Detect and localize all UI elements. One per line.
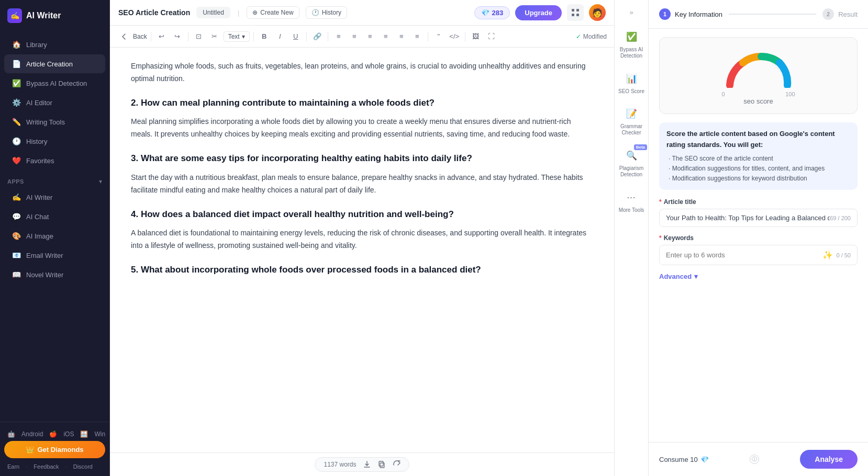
sidebar-item-label: Favorites (26, 157, 54, 165)
ios-link[interactable]: iOS (63, 430, 74, 438)
bullet-list-button[interactable]: ≡ (332, 30, 346, 43)
copy-icon[interactable] (377, 460, 386, 469)
apps-grid-button[interactable] (567, 4, 584, 21)
editor-bottom-bar: 1137 words (110, 452, 614, 476)
app-logo: ✍ AI Writer (0, 0, 109, 31)
seo-icon: 📊 (624, 71, 639, 86)
sidebar-item-label: Novel Writer (26, 271, 63, 279)
separator6 (428, 32, 428, 41)
upgrade-button[interactable]: Upgrade (515, 5, 562, 20)
chevron-down-icon: ▾ (694, 273, 698, 280)
line-height-button[interactable]: ≡ (395, 30, 408, 43)
bold-button[interactable]: B (258, 30, 271, 43)
title-char-count: 69 / 200 (830, 215, 851, 221)
sidebar-item-email-writer[interactable]: 📧 Email Writer (4, 246, 105, 265)
keywords-input-wrapper: ✨ 0 / 50 (659, 245, 858, 265)
text-style-dropdown[interactable]: Text ▾ (224, 31, 250, 42)
sidebar-item-ai-editor[interactable]: ⚙️ AI Editor (4, 93, 105, 112)
step-2: 2 Result (822, 8, 858, 20)
ordered-list-button[interactable]: ≡ (348, 30, 361, 43)
tool-seo-score[interactable]: 📊 SEO Score (615, 66, 648, 98)
image-button[interactable]: 🖼 (469, 30, 483, 43)
create-new-button[interactable]: ⊕ Create New (247, 6, 299, 19)
sidebar-item-ai-writer[interactable]: ✍ AI Writer (4, 188, 105, 207)
plus-icon: ⊕ (252, 9, 258, 16)
tool-grammar-checker[interactable]: 📝 Grammar Checker (615, 101, 648, 140)
sidebar-item-history[interactable]: 🕐 History (4, 132, 105, 151)
keywords-field: * Keywords ✨ 0 / 50 (659, 234, 858, 265)
svg-rect-4 (380, 463, 384, 468)
expand-button[interactable]: » (626, 5, 636, 19)
sidebar-item-label: AI Writer (26, 194, 52, 201)
step-2-number: 2 (822, 8, 834, 20)
chevron-icon: ▾ (242, 33, 245, 40)
info-icon[interactable]: ⓘ (750, 455, 759, 464)
analyse-button[interactable]: Analyse (800, 450, 858, 469)
right-header: 1 Key Information 2 Result (649, 0, 868, 29)
paragraph-2: Meal planning simplifies incorporating a… (131, 116, 593, 141)
sidebar-item-novel-writer[interactable]: 📖 Novel Writer (4, 265, 105, 284)
sidebar-item-ai-chat[interactable]: 💬 AI Chat (4, 207, 105, 226)
sidebar-item-label: History (26, 138, 47, 145)
tool-bypass-detection[interactable]: ✅ Bypass AI Detection (615, 25, 648, 63)
heading-2: 2. How can meal planning contribute to m… (131, 96, 593, 111)
advanced-button[interactable]: Advanced ▾ (659, 273, 858, 280)
heading-5: 5. What about incorporating whole foods … (131, 263, 593, 278)
discord-link[interactable]: Discord (73, 463, 93, 470)
indent-button[interactable]: ≡ (363, 30, 377, 43)
italic-button[interactable]: I (273, 30, 287, 43)
required-marker2: * (659, 234, 662, 242)
magic-wand-icon[interactable]: ✨ (822, 250, 833, 260)
redo-button[interactable]: ↪ (171, 30, 184, 43)
svg-rect-5 (379, 461, 383, 466)
sidebar-item-bypass-ai[interactable]: ✅ Bypass AI Detection (4, 74, 105, 93)
sidebar-item-article-creation[interactable]: 📄 Article Creation (4, 54, 105, 73)
article-title-input[interactable] (666, 214, 830, 222)
sidebar-item-library[interactable]: 🏠 Library (4, 35, 105, 54)
quote-button[interactable]: " (432, 30, 446, 43)
undo-button[interactable]: ↩ (155, 30, 169, 43)
format-button[interactable]: ⊡ (192, 30, 206, 43)
clock-icon: 🕐 (12, 137, 21, 146)
share-icon[interactable] (392, 460, 400, 469)
sidebar: ✍ AI Writer 🏠 Library 📄 Article Creation… (0, 0, 110, 476)
user-avatar[interactable]: 🧑 (589, 4, 606, 21)
document-tab[interactable]: Untitled (196, 7, 230, 18)
info-item-1: · The SEO score of the article content (669, 154, 850, 164)
download-icon[interactable] (363, 460, 371, 469)
back-button[interactable] (117, 30, 131, 43)
link-button[interactable]: 🔗 (310, 30, 324, 43)
paragraph-1: Emphasizing whole foods, such as fruits,… (131, 60, 593, 85)
tool-more[interactable]: ⋯ More Tools (616, 185, 648, 217)
sidebar-item-ai-image[interactable]: 🎨 AI Image (4, 226, 105, 245)
word-count-bar: 1137 words (315, 457, 409, 472)
keywords-label: * Keywords (659, 234, 858, 242)
consume-label: Consume 10 💎 (659, 456, 709, 463)
pencil-icon: ✏️ (12, 117, 21, 127)
earn-link[interactable]: Earn (7, 463, 19, 470)
seo-gauge-card: 0 100 seo score (659, 37, 858, 114)
win-link[interactable]: Win (94, 430, 105, 438)
history-button[interactable]: 🕐 History (306, 6, 347, 19)
keywords-input[interactable] (666, 251, 822, 259)
sidebar-item-writing-tools[interactable]: ✏️ Writing Tools (4, 112, 105, 131)
tools-panel: » ✅ Bypass AI Detection 📊 SEO Score 📝 Gr… (614, 0, 648, 476)
sidebar-item-label: Article Creation (26, 60, 73, 68)
heading-4: 4. How does a balanced diet impact overa… (131, 207, 593, 222)
editor-content[interactable]: Emphasizing whole foods, such as fruits,… (110, 48, 614, 452)
sidebar-item-favorites[interactable]: ❤️ Favorites (4, 151, 105, 170)
platform-links: 🤖 Android 🍎 iOS 🪟 Win (4, 427, 105, 441)
fullscreen-button[interactable]: ⛶ (485, 30, 498, 43)
get-diamonds-button[interactable]: 👑 Get Diamonds (4, 441, 105, 458)
underline-button[interactable]: U (289, 30, 303, 43)
info-card: Score the article content based on Googl… (659, 122, 858, 190)
code-button[interactable]: </> (448, 30, 461, 43)
outdent-button[interactable]: ≡ (379, 30, 393, 43)
android-link[interactable]: Android (21, 430, 43, 438)
topbar: SEO Article Creation Untitled | ⊕ Create… (110, 0, 614, 26)
clear-format-button[interactable]: ✂ (208, 30, 221, 43)
windows-icon: 🪟 (80, 430, 88, 438)
feedback-link[interactable]: Feedback (34, 463, 59, 470)
align-button[interactable]: ≡ (410, 30, 424, 43)
tool-plagiarism[interactable]: Beta 🔍 Plagiarism Detection (615, 143, 648, 182)
